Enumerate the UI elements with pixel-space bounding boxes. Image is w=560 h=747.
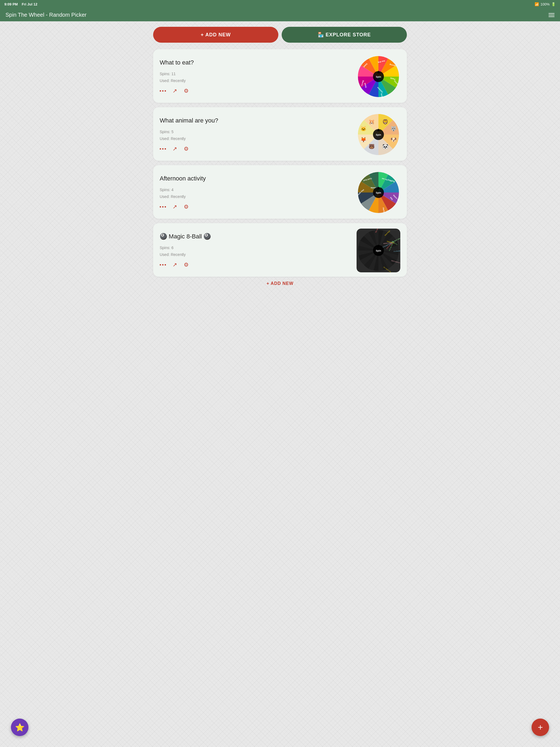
spins-count-1: Spins: 11: [160, 71, 352, 77]
svg-text:Spin: Spin: [376, 249, 381, 252]
bottom-add-new-button[interactable]: + ADD NEW: [153, 281, 407, 286]
status-time-date: 9:09 PM Fri Jul 12: [4, 2, 37, 6]
wheel-svg-2: 🦁 🐺 🐶 🐼 🐻 🦊 🐱 🐹 Spin: [357, 113, 400, 156]
svg-text:Spin: Spin: [376, 75, 381, 78]
hamburger-line-1: [549, 13, 555, 14]
card-actions-4: ↗ ⚙: [160, 261, 352, 268]
card-info-what-to-eat: What to eat? Spins: 11 Used: Recently ↗ …: [160, 59, 352, 94]
wheel-svg-4: My reply is no Most likely Ask again lat…: [357, 229, 400, 272]
svg-text:Spin: Spin: [376, 191, 381, 194]
share-icon-3[interactable]: ↗: [173, 203, 177, 210]
explore-store-button[interactable]: 🏪 EXPLORE STORE: [282, 27, 407, 43]
more-options-2[interactable]: [160, 148, 166, 150]
action-buttons-row: + ADD NEW 🏪 EXPLORE STORE: [153, 27, 407, 43]
wifi-icon: 📶: [535, 2, 539, 6]
card-title-what-animal: What animal are you?: [160, 117, 352, 124]
spins-count-4: Spins: 6: [160, 244, 352, 251]
settings-icon-3[interactable]: ⚙: [184, 203, 189, 210]
settings-icon-1[interactable]: ⚙: [184, 87, 189, 94]
card-info-afternoon: Afternoon activity Spins: 4 Used: Recent…: [160, 175, 352, 210]
plus-icon: +: [538, 722, 543, 732]
battery-icon: 🔋: [551, 2, 556, 6]
fab-favorites-button[interactable]: ⭐: [11, 719, 28, 736]
status-bar: 9:09 PM Fri Jul 12 📶 100% 🔋: [0, 0, 560, 8]
status-time: 9:09 PM: [4, 2, 18, 6]
settings-icon-2[interactable]: ⚙: [184, 146, 189, 152]
card-title-what-to-eat: What to eat?: [160, 59, 352, 66]
used-recently-2: Used: Recently: [160, 135, 352, 142]
svg-text:🐼: 🐼: [382, 144, 388, 150]
app-header: Spin The Wheel - Random Picker: [0, 8, 560, 21]
fab-add-button[interactable]: +: [532, 719, 549, 736]
more-options-4[interactable]: [160, 264, 166, 265]
hamburger-line-3: [549, 17, 555, 17]
card-afternoon-activity: Afternoon activity Spins: 4 Used: Recent…: [153, 165, 407, 219]
main-content: + ADD NEW 🏪 EXPLORE STORE What to eat? S…: [149, 21, 411, 302]
card-stats-afternoon: Spins: 4 Used: Recently: [160, 186, 352, 200]
card-stats-what-animal: Spins: 5 Used: Recently: [160, 129, 352, 142]
spins-count-2: Spins: 5: [160, 129, 352, 135]
status-right: 📶 100% 🔋: [535, 2, 556, 6]
svg-text:🦁: 🦁: [382, 119, 388, 125]
add-new-button[interactable]: + ADD NEW: [153, 27, 278, 43]
share-icon-2[interactable]: ↗: [173, 146, 177, 152]
svg-text:🦊: 🦊: [360, 137, 367, 143]
card-title-magic8: 🎱 Magic 8-Ball 🎱: [160, 233, 352, 240]
share-icon-1[interactable]: ↗: [173, 87, 177, 94]
card-stats-magic8: Spins: 6 Used: Recently: [160, 244, 352, 258]
svg-text:🐺: 🐺: [390, 126, 397, 132]
card-what-to-eat: What to eat? Spins: 11 Used: Recently ↗ …: [153, 49, 407, 103]
card-info-what-animal: What animal are you? Spins: 5 Used: Rece…: [160, 117, 352, 152]
card-magic-8-ball: 🎱 Magic 8-Ball 🎱 Spins: 6 Used: Recently…: [153, 223, 407, 277]
wheel-svg-3: Jogging Watch TV Party Homework Play gam…: [357, 171, 400, 214]
menu-button[interactable]: [549, 13, 555, 17]
used-recently-4: Used: Recently: [160, 251, 352, 258]
card-what-animal: What animal are you? Spins: 5 Used: Rece…: [153, 107, 407, 161]
wheel-magic-8-ball[interactable]: My reply is no Most likely Ask again lat…: [357, 229, 400, 272]
more-options-1[interactable]: [160, 90, 166, 92]
wheel-what-to-eat[interactable]: Burrito Pizza Sushi Bacon Salad Hot dog …: [357, 55, 400, 98]
settings-icon-4[interactable]: ⚙: [184, 261, 189, 268]
used-recently-3: Used: Recently: [160, 193, 352, 200]
svg-text:🐹: 🐹: [368, 119, 375, 125]
app-title: Spin The Wheel - Random Picker: [5, 12, 86, 18]
svg-text:🐻: 🐻: [368, 144, 375, 150]
card-title-afternoon: Afternoon activity: [160, 175, 352, 182]
svg-text:Spin: Spin: [376, 133, 381, 136]
svg-text:🐱: 🐱: [360, 126, 367, 132]
hamburger-line-2: [549, 15, 555, 15]
card-info-magic8: 🎱 Magic 8-Ball 🎱 Spins: 6 Used: Recently…: [160, 233, 352, 268]
card-actions-3: ↗ ⚙: [160, 203, 352, 210]
card-actions-1: ↗ ⚙: [160, 87, 352, 94]
more-options-3[interactable]: [160, 206, 166, 208]
wheel-svg-1: Burrito Pizza Sushi Bacon Salad Hot dog …: [357, 55, 400, 98]
battery-level: 100%: [541, 2, 550, 6]
card-actions-2: ↗ ⚙: [160, 146, 352, 152]
wheel-afternoon-activity[interactable]: Jogging Watch TV Party Homework Play gam…: [357, 171, 400, 214]
wheel-what-animal[interactable]: 🦁 🐺 🐶 🐼 🐻 🦊 🐱 🐹 Spin: [357, 113, 400, 156]
card-stats-what-to-eat: Spins: 11 Used: Recently: [160, 71, 352, 84]
svg-text:🐶: 🐶: [390, 137, 397, 143]
status-date: Fri Jul 12: [22, 2, 37, 6]
share-icon-4[interactable]: ↗: [173, 261, 177, 268]
star-icon: ⭐: [15, 723, 25, 732]
used-recently-1: Used: Recently: [160, 77, 352, 84]
spins-count-3: Spins: 4: [160, 186, 352, 193]
